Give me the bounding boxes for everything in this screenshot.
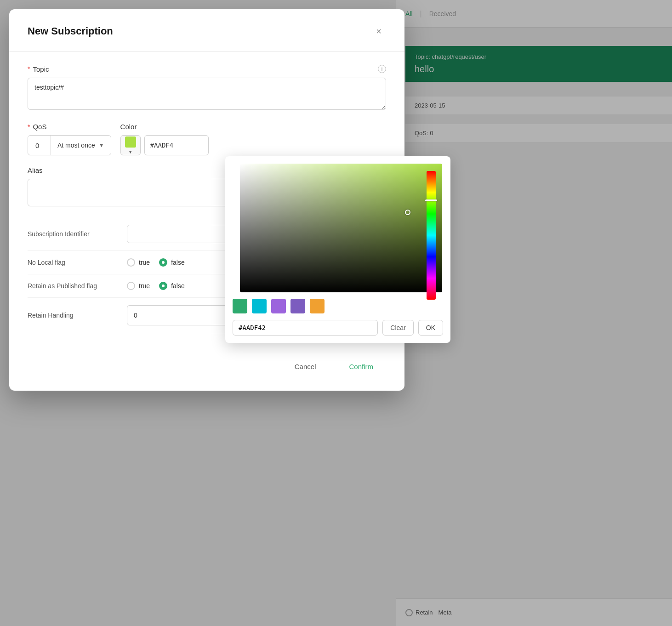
qos-select[interactable]: 0 At most once ▼: [28, 135, 111, 155]
hue-indicator: [425, 199, 437, 201]
color-hex-field[interactable]: [144, 135, 209, 155]
qos-label: * QoS: [28, 123, 111, 131]
retain-published-true-radio[interactable]: [127, 282, 135, 290]
color-swatch-button[interactable]: ▼: [120, 135, 141, 155]
retain-published-false-option[interactable]: false: [159, 282, 185, 290]
qos-value-text: At most once: [57, 142, 95, 149]
color-preset-orange[interactable]: [310, 299, 325, 313]
retain-published-radio-group: true false: [127, 282, 185, 290]
no-local-flag-label: No Local flag: [28, 259, 120, 266]
qos-label-text: QoS: [33, 123, 46, 131]
topic-required: *: [28, 65, 30, 73]
color-picker-popup: Clear OK: [225, 156, 450, 343]
color-preset-cyan[interactable]: [252, 299, 267, 313]
color-section: Color ▼: [120, 123, 386, 155]
retain-handling-value: 0: [134, 312, 137, 319]
color-picker-bottom-row: Clear OK: [225, 320, 450, 343]
no-local-true-radio[interactable]: [127, 258, 135, 267]
retain-published-false-label: false: [171, 282, 185, 290]
modal-footer: Cancel Confirm: [28, 348, 386, 376]
color-ok-button[interactable]: OK: [418, 320, 443, 336]
modal-header: New Subscription ×: [28, 24, 386, 39]
no-local-false-option[interactable]: false: [159, 258, 185, 267]
retain-published-label: Retain as Published flag: [28, 282, 120, 290]
no-local-false-label: false: [171, 259, 185, 266]
qos-section: * QoS 0 At most once ▼: [28, 123, 111, 155]
color-picker-gradient-area: [233, 164, 443, 292]
color-gradient-canvas[interactable]: [240, 164, 442, 292]
topic-field-group: * Topic i testtopic/#: [28, 65, 386, 112]
qos-required: *: [28, 123, 30, 131]
color-picker-hex-input[interactable]: [233, 320, 378, 336]
retain-published-true-option[interactable]: true: [127, 282, 150, 290]
topic-label-text: Topic: [33, 65, 49, 73]
color-preset-dark-purple[interactable]: [290, 299, 305, 313]
qos-dropdown-arrow: ▼: [99, 142, 104, 148]
color-input-row: ▼: [120, 135, 386, 155]
color-gradient-dark-overlay: [240, 164, 442, 292]
qos-number: 0: [28, 136, 51, 155]
color-presets-row: [225, 292, 450, 320]
color-hue-slider[interactable]: [427, 171, 436, 300]
retain-published-false-radio[interactable]: [159, 282, 167, 290]
topic-info-icon[interactable]: i: [378, 65, 386, 73]
close-button[interactable]: ×: [371, 24, 386, 39]
modal-divider: [9, 51, 404, 52]
alias-label-text: Alias: [28, 166, 43, 174]
qos-text: At most once ▼: [51, 136, 111, 155]
subscription-identifier-label: Subscription Identifier: [28, 230, 120, 238]
color-picker-selector-dot: [405, 210, 410, 215]
no-local-true-option[interactable]: true: [127, 258, 150, 267]
topic-input[interactable]: testtopic/#: [28, 78, 386, 110]
no-local-true-label: true: [139, 259, 150, 266]
cancel-button[interactable]: Cancel: [282, 357, 329, 376]
qos-color-row: * QoS 0 At most once ▼ Color: [28, 123, 386, 155]
no-local-false-radio[interactable]: [159, 258, 167, 267]
retain-handling-label: Retain Handling: [28, 312, 120, 319]
no-local-radio-group: true false: [127, 258, 185, 267]
swatch-arrow-icon: ▼: [128, 149, 133, 154]
color-label-text: Color: [120, 123, 137, 131]
color-label: Color: [120, 123, 386, 131]
retain-published-true-label: true: [139, 282, 150, 290]
color-swatch: [125, 137, 136, 148]
topic-label: * Topic i: [28, 65, 386, 73]
color-preset-purple[interactable]: [271, 299, 286, 313]
color-clear-button[interactable]: Clear: [382, 320, 413, 336]
color-preset-green[interactable]: [233, 299, 247, 313]
confirm-button[interactable]: Confirm: [336, 357, 386, 376]
modal-title: New Subscription: [28, 25, 113, 37]
